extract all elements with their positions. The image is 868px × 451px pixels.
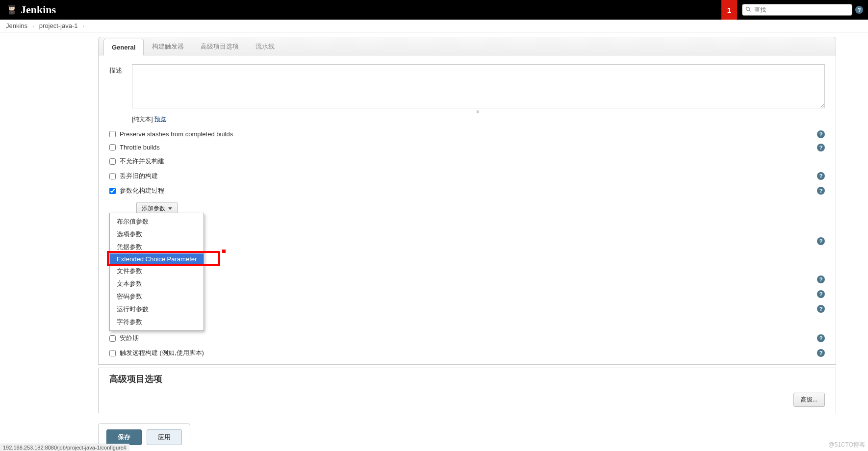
svg-line-7 — [749, 10, 751, 11]
section-general: 描述 ≡ [纯文本] 预览 Preserve stashes from comp… — [98, 55, 836, 365]
description-label: 描述 — [109, 64, 132, 75]
svg-rect-2 — [8, 5, 15, 7]
cb-remote-trigger-label: 触发远程构建 (例如,使用脚本) — [120, 349, 204, 357]
param-menu-item[interactable]: 凭据参数 — [110, 241, 204, 253]
svg-point-3 — [10, 8, 11, 9]
caret-down-icon — [168, 207, 172, 210]
breadcrumb-project[interactable]: project-java-1 — [39, 22, 78, 29]
parameter-type-menu: 布尔值参数选项参数凭据参数Extended Choice Parameter文件… — [109, 213, 204, 331]
cb-no-concurrent[interactable] — [109, 158, 116, 165]
breadcrumb: Jenkins › project-java-1 › — [0, 20, 868, 32]
header-help-icon[interactable]: ? — [855, 6, 863, 14]
browser-status-bar: 192.168.253.182:8080/job/project-java-1/… — [0, 444, 129, 451]
config-tab-bar: General 构建触发器 高级项目选项 流水线 — [98, 37, 836, 55]
search-box[interactable] — [742, 4, 852, 16]
textarea-resize-grip-icon[interactable]: ≡ — [132, 109, 825, 114]
cb-discard-old-label: 丢弃旧的构建 — [120, 172, 158, 180]
param-menu-item[interactable]: 字符参数 — [110, 316, 204, 328]
tab-build-triggers[interactable]: 构建触发器 — [144, 37, 192, 55]
cb-remote-trigger[interactable] — [109, 350, 116, 356]
cb-throttle-builds[interactable] — [109, 144, 116, 150]
cb-preserve-stashes[interactable] — [109, 131, 116, 137]
section-advanced: 高级项目选项 高级... — [98, 368, 836, 413]
annotation-red-handle — [222, 250, 226, 253]
help-icon[interactable]: ? — [817, 237, 825, 245]
advanced-button[interactable]: 高级... — [793, 393, 825, 407]
chevron-right-icon: › — [83, 23, 85, 29]
breadcrumb-jenkins[interactable]: Jenkins — [6, 22, 27, 29]
help-icon[interactable]: ? — [817, 187, 825, 195]
watermark: @51CTO博客 — [828, 441, 865, 449]
preview-link[interactable]: 预览 — [154, 116, 166, 123]
apply-button[interactable]: 应用 — [147, 429, 182, 445]
description-hint: [纯文本] 预览 — [132, 115, 825, 124]
tab-pipeline[interactable]: 流水线 — [247, 37, 283, 55]
search-icon — [745, 6, 751, 14]
description-textarea[interactable] — [132, 64, 825, 108]
cb-quiet-period[interactable] — [109, 335, 116, 342]
svg-point-6 — [746, 7, 750, 10]
param-menu-item[interactable]: 密码参数 — [110, 290, 204, 303]
help-icon[interactable]: ? — [817, 305, 825, 313]
help-icon[interactable]: ? — [817, 276, 825, 283]
cb-parameterized[interactable] — [109, 188, 116, 194]
help-icon[interactable]: ? — [817, 290, 825, 298]
brand-text: Jenkins — [21, 3, 56, 16]
cb-no-concurrent-label: 不允许并发构建 — [120, 157, 164, 166]
help-icon[interactable]: ? — [817, 144, 825, 151]
help-icon[interactable]: ? — [817, 130, 825, 138]
search-input[interactable] — [753, 6, 849, 14]
svg-rect-5 — [11, 12, 13, 13]
cb-throttle-builds-label: Throttle builds — [120, 144, 160, 151]
cb-quiet-period-label: 安静期 — [120, 334, 139, 343]
jenkins-logo[interactable]: Jenkins — [0, 3, 56, 16]
jenkins-head-icon — [6, 4, 18, 16]
plaintext-hint: [纯文本] — [132, 116, 154, 123]
save-button[interactable]: 保存 — [106, 429, 142, 445]
tab-advanced-options[interactable]: 高级项目选项 — [192, 37, 247, 55]
chevron-right-icon: › — [32, 23, 34, 29]
help-icon[interactable]: ? — [817, 334, 825, 342]
tab-general[interactable]: General — [103, 39, 144, 55]
param-menu-item[interactable]: Extended Choice Parameter — [110, 253, 204, 265]
param-menu-item[interactable]: 文本参数 — [110, 277, 204, 290]
section-build-triggers-title: 构建触 — [109, 257, 825, 269]
param-menu-item[interactable]: 运行时参数 — [110, 303, 204, 316]
add-parameter-label: 添加参数 — [142, 204, 165, 213]
svg-point-4 — [13, 8, 14, 9]
param-menu-item[interactable]: 布尔值参数 — [110, 215, 204, 228]
param-menu-item[interactable]: 文件参数 — [110, 265, 204, 277]
help-icon[interactable]: ? — [817, 349, 825, 357]
cb-discard-old[interactable] — [109, 173, 116, 179]
cb-parameterized-label: 参数化构建过程 — [120, 186, 164, 195]
section-advanced-title: 高级项目选项 — [109, 373, 825, 385]
param-menu-item[interactable]: 选项参数 — [110, 228, 204, 241]
notification-badge[interactable]: 1 — [721, 0, 737, 20]
cb-preserve-stashes-label: Preserve stashes from completed builds — [120, 130, 233, 138]
bottom-button-bar: 保存 应用 — [98, 423, 190, 445]
help-icon[interactable]: ? — [817, 172, 825, 180]
